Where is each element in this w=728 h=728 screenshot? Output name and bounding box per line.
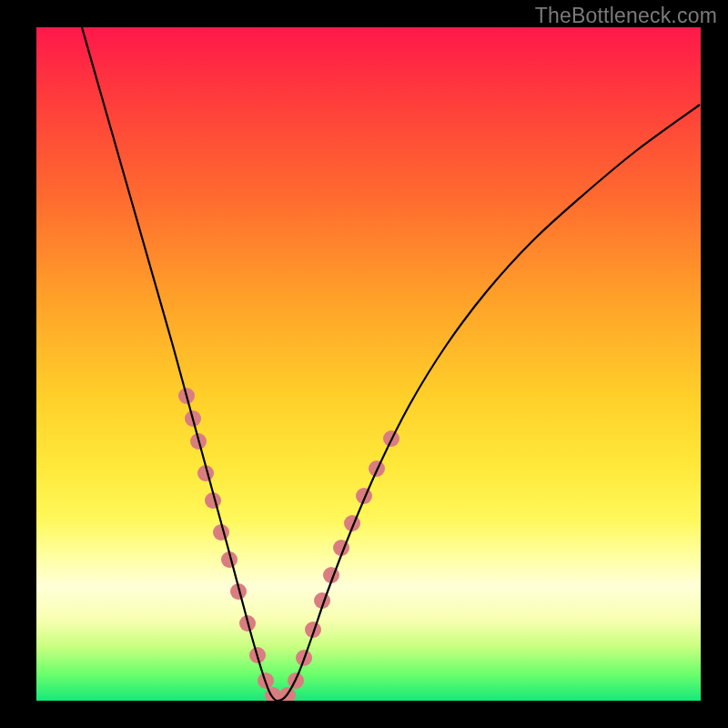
- highlight-dots: [178, 388, 399, 701]
- highlight-dot: [213, 524, 229, 541]
- curve-svg: [36, 27, 701, 701]
- bottleneck-curve: [82, 27, 700, 701]
- outer-frame: TheBottleneck.com: [0, 0, 728, 728]
- watermark-text: TheBottleneck.com: [535, 4, 717, 28]
- plot-area: [36, 27, 701, 701]
